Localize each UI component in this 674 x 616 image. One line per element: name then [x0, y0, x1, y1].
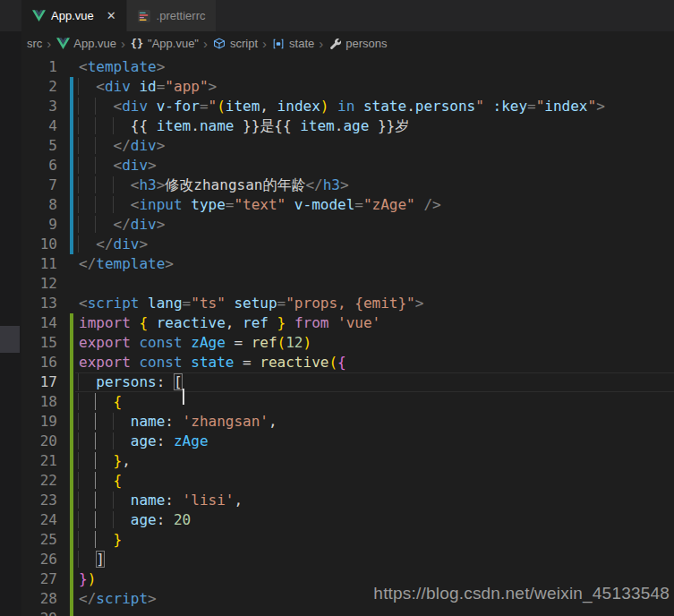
code-line-26[interactable]: 26 ] — [0, 550, 674, 569]
token: : — [157, 511, 166, 528]
token: 修改zhangsan的年龄 — [165, 176, 305, 193]
token: " — [536, 98, 545, 115]
indent-guide — [78, 216, 96, 233]
git-gutter-indicator — [70, 530, 73, 550]
code-text: { — [79, 472, 122, 489]
active-indent-guide — [95, 393, 113, 410]
token: input — [139, 196, 182, 213]
indent-guide — [78, 137, 96, 154]
breadcrumb-item-script[interactable]: script — [212, 37, 258, 51]
token: = — [157, 78, 166, 95]
code-line-4[interactable]: 4 {{ item.name }}是{{ item.age }}岁 — [0, 116, 674, 136]
line-number: 29 — [21, 609, 57, 616]
indent-guide — [95, 137, 113, 154]
indent-guide — [113, 432, 131, 449]
code-line-22[interactable]: 22 { — [0, 471, 674, 491]
line-number: 10 — [21, 235, 57, 254]
line-number: 16 — [21, 353, 57, 372]
token: age — [131, 432, 157, 449]
code-line-3[interactable]: 3 <div v-for="(item, index) in state.per… — [0, 97, 674, 116]
code-line-11[interactable]: 11</template> — [0, 254, 674, 274]
code-line-19[interactable]: 19 name: 'zhangsan', — [0, 412, 674, 432]
code-line-21[interactable]: 21 }, — [0, 451, 674, 471]
token: > — [596, 98, 605, 115]
code-line-25[interactable]: 25 } — [0, 530, 674, 550]
code-text: ] — [79, 551, 105, 568]
code-text: </script> — [79, 590, 157, 607]
token: h3 — [323, 176, 340, 193]
token: > — [157, 216, 166, 233]
token — [148, 98, 157, 115]
git-gutter-indicator — [70, 294, 73, 313]
code-line-23[interactable]: 23 name: 'lisi', — [0, 491, 674, 510]
code-line-5[interactable]: 5 </div> — [0, 136, 674, 156]
code-line-12[interactable]: 12 — [0, 274, 674, 294]
code-line-10[interactable]: 10 </div> — [0, 235, 674, 254]
code-line-17[interactable]: 17 persons: [ — [0, 372, 674, 392]
git-gutter-indicator — [70, 412, 73, 432]
token: > — [415, 295, 424, 312]
breadcrumb-label: persons — [346, 37, 387, 50]
token: export — [79, 354, 131, 371]
indent-guide — [78, 196, 96, 213]
line-number: 11 — [21, 254, 57, 274]
tab-prettierrc[interactable]: .prettierrc — [127, 0, 217, 31]
code-line-29[interactable]: 29 — [0, 609, 674, 616]
token — [131, 334, 140, 351]
indent-guide — [78, 472, 96, 489]
token: , — [226, 314, 243, 331]
git-gutter-indicator — [70, 589, 73, 609]
token: template — [88, 58, 157, 75]
indent-guide — [78, 117, 96, 134]
token — [328, 314, 337, 331]
git-gutter-indicator — [70, 156, 73, 175]
code-line-9[interactable]: 9 </div> — [0, 215, 674, 235]
code-line-14[interactable]: 14import { reactive, ref } from 'vue' — [0, 313, 674, 333]
token — [328, 98, 337, 115]
code-line-15[interactable]: 15export const zAge = ref(12) — [0, 333, 674, 353]
breadcrumb-item-app-vue[interactable]: App.vue — [55, 37, 116, 51]
code-line-8[interactable]: 8 <input type="text" v-model="zAge" /> — [0, 195, 674, 215]
git-gutter-indicator — [70, 195, 73, 215]
code-line-20[interactable]: 20 age: zAge — [0, 432, 674, 451]
code-text: export const zAge = ref(12) — [79, 334, 311, 351]
code-editor[interactable]: 1<template>2 <div id="app">3 <div v-for=… — [0, 57, 674, 616]
token: persons — [96, 373, 156, 390]
line-number: 20 — [21, 432, 57, 451]
token: index — [544, 98, 587, 115]
token: div — [131, 216, 157, 233]
breadcrumb-item-src[interactable]: src — [27, 37, 42, 50]
breadcrumb-item-state[interactable]: state — [271, 37, 314, 51]
code-line-7[interactable]: 7 <h3>修改zhangsan的年龄</h3> — [0, 175, 674, 195]
indent-guide — [78, 432, 96, 449]
code-line-24[interactable]: 24 age: 20 — [0, 510, 674, 530]
token: { — [337, 354, 346, 371]
git-gutter-indicator — [70, 57, 73, 77]
breadcrumb-item--app-vue-[interactable]: {}"App.vue" — [130, 37, 199, 51]
token: = — [277, 295, 286, 312]
token: item — [300, 117, 335, 134]
active-indent-guide — [95, 452, 113, 469]
breadcrumb-item-persons[interactable]: persons — [328, 37, 387, 51]
indent-guide — [95, 196, 113, 213]
line-number: 15 — [21, 333, 57, 353]
close-icon[interactable]: ✕ — [107, 9, 116, 22]
code-text: </div> — [79, 137, 165, 154]
chevron-right-icon: › — [47, 38, 51, 50]
code-line-18[interactable]: 18 { — [0, 392, 674, 412]
tab-app-vue[interactable]: App.vue✕ — [21, 0, 127, 31]
token: in — [337, 98, 354, 115]
code-line-13[interactable]: 13<script lang="ts" setup="props, {emit}… — [0, 294, 674, 313]
code-line-16[interactable]: 16export const state = reactive({ — [0, 353, 674, 372]
token: : — [165, 492, 174, 509]
line-number: 21 — [21, 451, 57, 471]
code-line-6[interactable]: 6 <div> — [0, 156, 674, 175]
line-number: 25 — [21, 530, 57, 550]
code-line-1[interactable]: 1<template> — [0, 57, 674, 77]
code-line-2[interactable]: 2 <div id="app"> — [0, 77, 674, 97]
token: reactive — [157, 314, 226, 331]
token: state — [191, 354, 234, 371]
token: : — [157, 373, 166, 390]
indent-guide — [113, 117, 131, 134]
code-text: export const state = reactive({ — [79, 354, 346, 371]
